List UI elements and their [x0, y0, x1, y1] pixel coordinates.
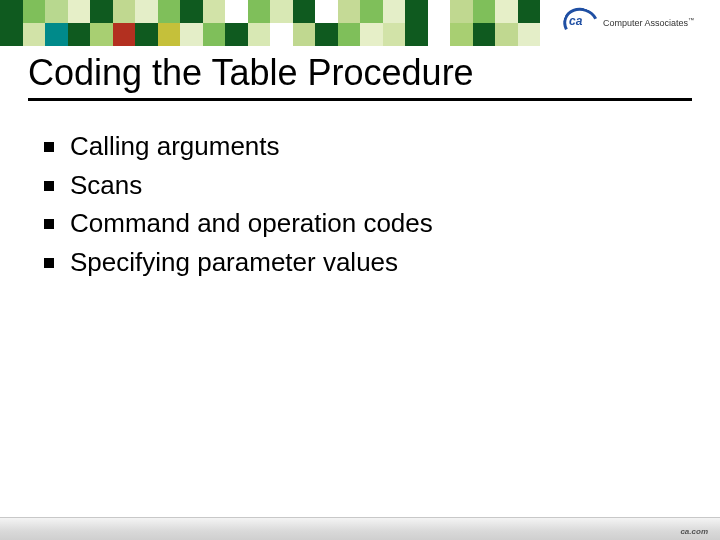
- mosaic-tile: [23, 23, 46, 46]
- bullet-text: Calling arguments: [70, 130, 280, 163]
- mosaic-tile: [293, 0, 316, 23]
- mosaic-tile: [315, 0, 338, 23]
- brand-text: Computer Associates™: [603, 17, 694, 28]
- mosaic-tile: [270, 0, 293, 23]
- mosaic-tile: [203, 0, 226, 23]
- mosaic-tile: [338, 0, 361, 23]
- mosaic-tile: [405, 0, 428, 23]
- mosaic-tile: [495, 23, 518, 46]
- title-block: Coding the Table Procedure: [28, 52, 692, 101]
- brand-logo: ca Computer Associates™: [559, 6, 698, 38]
- mosaic-tile: [518, 23, 541, 46]
- mosaic-tile: [45, 23, 68, 46]
- mosaic-tile: [68, 0, 91, 23]
- brand-letters: ca: [569, 14, 582, 28]
- mosaic-tile: [90, 23, 113, 46]
- mosaic-tile: [338, 23, 361, 46]
- mosaic-tile: [0, 23, 23, 46]
- mosaic-tile: [698, 0, 721, 23]
- mosaic-tile: [248, 0, 271, 23]
- mosaic-tile: [698, 23, 721, 46]
- bullet-square-icon: [44, 219, 54, 229]
- bullet-item: Scans: [44, 169, 680, 202]
- mosaic-tile: [225, 23, 248, 46]
- mosaic-tile: [450, 23, 473, 46]
- mosaic-tile: [68, 23, 91, 46]
- mosaic-tile: [360, 23, 383, 46]
- bullet-text: Command and operation codes: [70, 207, 433, 240]
- mosaic-tile: [473, 23, 496, 46]
- bullet-list: Calling argumentsScansCommand and operat…: [44, 130, 680, 284]
- mosaic-tile: [428, 0, 451, 23]
- mosaic-tile: [473, 0, 496, 23]
- mosaic-tile: [158, 0, 181, 23]
- mosaic-tile: [383, 23, 406, 46]
- mosaic-tile: [270, 23, 293, 46]
- mosaic-tile: [450, 0, 473, 23]
- mosaic-tile: [135, 0, 158, 23]
- title-underline: [28, 98, 692, 101]
- mosaic-tile: [518, 0, 541, 23]
- mosaic-tile: [113, 23, 136, 46]
- mosaic-tile: [90, 0, 113, 23]
- mosaic-tile: [113, 0, 136, 23]
- mosaic-tile: [428, 23, 451, 46]
- mosaic-tile: [203, 23, 226, 46]
- bullet-item: Calling arguments: [44, 130, 680, 163]
- mosaic-tile: [360, 0, 383, 23]
- bullet-square-icon: [44, 181, 54, 191]
- mosaic-tile: [135, 23, 158, 46]
- bullet-square-icon: [44, 142, 54, 152]
- mosaic-tile: [248, 23, 271, 46]
- mosaic-tile: [23, 0, 46, 23]
- mosaic-tile: [383, 0, 406, 23]
- mosaic-tile: [180, 0, 203, 23]
- bullet-text: Scans: [70, 169, 142, 202]
- mosaic-tile: [45, 0, 68, 23]
- mosaic-tile: [293, 23, 316, 46]
- mosaic-tile: [405, 23, 428, 46]
- bullet-item: Specifying parameter values: [44, 246, 680, 279]
- slide: ca Computer Associates™ Coding the Table…: [0, 0, 720, 540]
- bullet-item: Command and operation codes: [44, 207, 680, 240]
- slide-title: Coding the Table Procedure: [28, 52, 692, 94]
- mosaic-tile: [315, 23, 338, 46]
- mosaic-tile: [180, 23, 203, 46]
- mosaic-tile: [158, 23, 181, 46]
- footer-bar: ca.com: [0, 517, 720, 540]
- bullet-square-icon: [44, 258, 54, 268]
- mosaic-tile: [0, 0, 23, 23]
- footer-brand-text: ca.com: [680, 527, 708, 536]
- mosaic-tile: [225, 0, 248, 23]
- ca-swirl-icon: ca: [563, 8, 597, 36]
- bullet-text: Specifying parameter values: [70, 246, 398, 279]
- mosaic-tile: [495, 0, 518, 23]
